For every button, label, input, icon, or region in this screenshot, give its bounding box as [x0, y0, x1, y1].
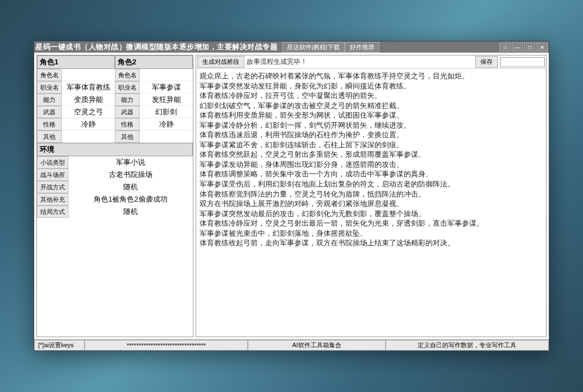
char1-job-value[interactable]: 军事体育教练 [62, 81, 115, 94]
char1-job-label[interactable]: 职业名 [37, 81, 62, 94]
char1-header: 角色1 [37, 55, 115, 69]
char2-header: 角色2 [115, 55, 193, 69]
footer-stars: ********************************* [85, 340, 248, 351]
save-input[interactable] [500, 57, 545, 67]
star-button[interactable]: ☆ [499, 43, 511, 52]
right-toolbar: 生成对战桥段 故事流程生成完毕！ 保存 [196, 55, 546, 69]
env-place-label[interactable]: 战斗场所 [37, 169, 68, 181]
char2-trait-value[interactable]: 冷静 [140, 118, 193, 130]
char1-weapon-label[interactable]: 武器 [37, 106, 62, 118]
link-software[interactable]: 星达软件|教程|下载 [282, 42, 345, 53]
char2-column: 角色名 职业名军事参谋 能力发狂异能 武器幻影剑 性格冷静 其他 [115, 69, 193, 143]
char1-ability-value[interactable]: 变质异能 [62, 94, 115, 106]
env-place-value[interactable]: 古老书院操场 [68, 169, 193, 181]
env-genre-value[interactable]: 军事小说 [68, 156, 193, 169]
env-extra-label[interactable]: 其他补充 [37, 193, 68, 206]
link-recommend[interactable]: 好作推荐 [345, 42, 380, 53]
footer-toolbox[interactable]: AI软件工具箱集合 [248, 340, 385, 351]
char2-name-value[interactable] [140, 69, 193, 81]
char1-trait-label[interactable]: 性格 [37, 118, 62, 130]
env-genre-label[interactable]: 小说类型 [37, 156, 68, 169]
right-panel: 生成对战桥段 故事流程生成完毕！ 保存 观众席上，古老的石碑映衬着紧张的气氛，军… [196, 55, 547, 337]
char2-weapon-value[interactable]: 幻影剑 [140, 106, 193, 118]
char1-name-label[interactable]: 角色名 [37, 69, 62, 81]
env-end-value[interactable]: 随机 [68, 206, 193, 218]
status-text: 故事流程生成完毕！ [247, 57, 307, 67]
window-buttons: ☆ — □ ✕ [499, 43, 549, 52]
char1-other-label[interactable]: 其他 [37, 130, 62, 143]
titlebar-links: 星达软件|教程|下载 好作推荐 [282, 42, 380, 53]
char2-weapon-label[interactable]: 武器 [115, 106, 140, 118]
footer-keys[interactable]: [*]ai设置keys [34, 340, 85, 351]
character-rows: 角色名 职业名军事体育教练 能力变质异能 武器空灵之弓 性格冷静 其他 角色名 … [37, 69, 193, 143]
content-area: 角色1 角色2 角色名 职业名军事体育教练 能力变质异能 武器空灵之弓 性格冷静… [34, 53, 549, 339]
char1-ability-label[interactable]: 能力 [37, 94, 62, 106]
footer-writing[interactable]: 定义自己的写作数据，专业写作工具 [386, 340, 549, 351]
titlebar: 星码一键成书（人物对战）微调模型随版本逐步增加，主要解决对战专题 星达软件|教程… [34, 41, 549, 53]
char1-trait-value[interactable]: 冷静 [62, 118, 115, 130]
close-button[interactable]: ✕ [536, 43, 548, 52]
char2-ability-label[interactable]: 能力 [115, 94, 140, 106]
char2-other-value[interactable] [140, 130, 193, 143]
char2-ability-value[interactable]: 发狂异能 [140, 94, 193, 106]
env-start-label[interactable]: 开战方式 [37, 181, 68, 193]
maximize-button[interactable]: □ [524, 43, 535, 52]
window-title: 星码一键成书（人物对战）微调模型随版本逐步增加，主要解决对战专题 [35, 42, 277, 52]
env-start-value[interactable]: 随机 [68, 181, 193, 193]
env-end-label[interactable]: 结局方式 [37, 206, 68, 218]
env-extra-value[interactable]: 角色1被角色2偷袭成功 [68, 193, 193, 206]
generate-button[interactable]: 生成对战桥段 [197, 56, 244, 68]
char1-other-value[interactable] [62, 130, 115, 143]
char2-job-label[interactable]: 职业名 [115, 81, 140, 94]
left-panel: 角色1 角色2 角色名 职业名军事体育教练 能力变质异能 武器空灵之弓 性格冷静… [36, 55, 193, 337]
env-header: 环境 [37, 143, 193, 156]
char2-name-label[interactable]: 角色名 [115, 69, 140, 81]
app-window: 星码一键成书（人物对战）微调模型随版本逐步增加，主要解决对战专题 星达软件|教程… [34, 41, 549, 351]
char1-weapon-value[interactable]: 空灵之弓 [62, 106, 115, 118]
footer: [*]ai设置keys ****************************… [34, 339, 549, 351]
save-button[interactable]: 保存 [475, 56, 498, 68]
character-header: 角色1 角色2 [37, 55, 193, 69]
char2-other-label[interactable]: 其他 [115, 130, 140, 143]
char1-column: 角色名 职业名军事体育教练 能力变质异能 武器空灵之弓 性格冷静 其他 [37, 69, 115, 143]
char2-trait-label[interactable]: 性格 [115, 118, 140, 130]
minimize-button[interactable]: — [512, 43, 523, 52]
story-textarea[interactable]: 观众席上，古老的石碑映衬着紧张的气氛，军事体育教练手持空灵之弓，目光如炬。 军事… [196, 69, 546, 337]
char2-job-value[interactable]: 军事参谋 [140, 81, 193, 94]
char1-name-value[interactable] [62, 69, 115, 81]
